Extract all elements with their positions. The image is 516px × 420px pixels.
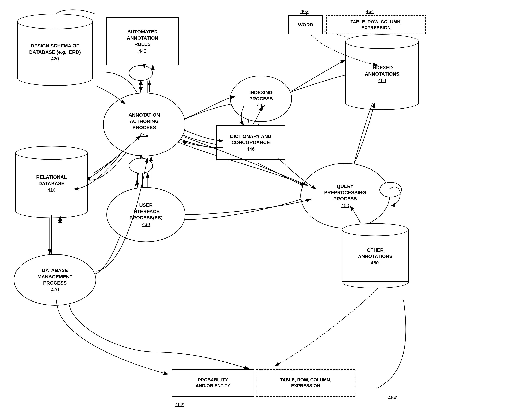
indexing-process-number: 445	[249, 103, 273, 108]
table-row-col-box: TABLE, ROW, COLUMN, EXPRESSION	[326, 15, 426, 34]
connector-ellipse-1	[129, 65, 153, 81]
indexed-annotations-node: INDEXED ANNOTATIONS 460	[344, 34, 422, 110]
dictionary-number: 446	[230, 146, 271, 152]
db-management-label: DATABASE MANAGEMENT PROCESS	[37, 268, 73, 285]
indexing-process-node: INDEXING PROCESS 445	[230, 75, 292, 122]
query-preprocessing-node: QUERY PREPROCESSING PROCESS 450	[300, 163, 390, 228]
label-464-prime: 464'	[388, 395, 397, 400]
design-schema-label: DESIGN SCHEMA OF DATABASE (e.g., ERD)	[29, 43, 81, 55]
indexing-process-label: INDEXING PROCESS	[249, 90, 273, 101]
design-schema-node: DESIGN SCHEMA OF DATABASE (e.g., ERD) 42…	[14, 14, 96, 86]
label-462: 462	[300, 8, 309, 14]
annotation-authoring-node: ANNOTATION AUTHORING PROCESS 440	[103, 93, 186, 156]
diagram: DESIGN SCHEMA OF DATABASE (e.g., ERD) 42…	[0, 0, 516, 420]
design-schema-number: 420	[51, 56, 59, 61]
user-interface-number: 430	[129, 222, 163, 227]
other-annotations-label: OTHER ANNOTATIONS	[358, 247, 392, 260]
annotation-authoring-number: 440	[129, 132, 160, 137]
relational-db-number: 410	[48, 187, 56, 193]
query-preprocessing-label: QUERY PREPROCESSING PROCESS	[324, 184, 366, 202]
relational-db-label: RELATIONAL DATABASE	[36, 174, 67, 187]
prob-entity-label: PROBABILITY AND/OR ENTITY	[195, 377, 230, 389]
db-management-number: 470	[37, 287, 73, 292]
query-preprocessing-number: 450	[324, 203, 366, 208]
label-462-prime: 462'	[175, 402, 184, 407]
connector-ellipse-2	[129, 158, 153, 173]
user-interface-node: USER INTERFACE PROCESS(ES) 430	[106, 187, 186, 242]
user-interface-label: USER INTERFACE PROCESS(ES)	[129, 202, 163, 220]
other-annotations-number: 460'	[371, 260, 380, 266]
automated-annotation-number: 442	[127, 48, 158, 54]
dictionary-node: DICTIONARY AND CONCORDANCE 446	[216, 125, 285, 160]
dictionary-label: DICTIONARY AND CONCORDANCE	[230, 134, 271, 145]
db-management-node: DATABASE MANAGEMENT PROCESS 470	[14, 254, 96, 306]
word-label: WORD	[298, 22, 313, 28]
query-self-loop	[380, 182, 402, 197]
automated-annotation-node: AUTOMATED ANNOTATION RULES 442	[106, 17, 179, 65]
other-annotations-node: OTHER ANNOTATIONS 460'	[340, 223, 412, 288]
relational-db-node: RELATIONAL DATABASE 410	[14, 146, 91, 218]
label-464: 464	[366, 8, 374, 14]
indexed-annotations-label: INDEXED ANNOTATIONS	[365, 65, 399, 77]
automated-annotation-label: AUTOMATED ANNOTATION RULES	[127, 29, 158, 47]
indexed-annotations-number: 460	[378, 78, 386, 83]
table-row-col-box-2: TABLE, ROW, COLUMN, EXPRESSION	[256, 369, 355, 397]
table-row-col-label-2: TABLE, ROW, COLUMN, EXPRESSION	[280, 377, 331, 389]
word-box: WORD	[288, 15, 323, 34]
prob-entity-box: PROBABILITY AND/OR ENTITY	[172, 369, 254, 397]
table-row-col-label: TABLE, ROW, COLUMN, EXPRESSION	[351, 19, 402, 31]
annotation-authoring-label: ANNOTATION AUTHORING PROCESS	[129, 112, 160, 130]
